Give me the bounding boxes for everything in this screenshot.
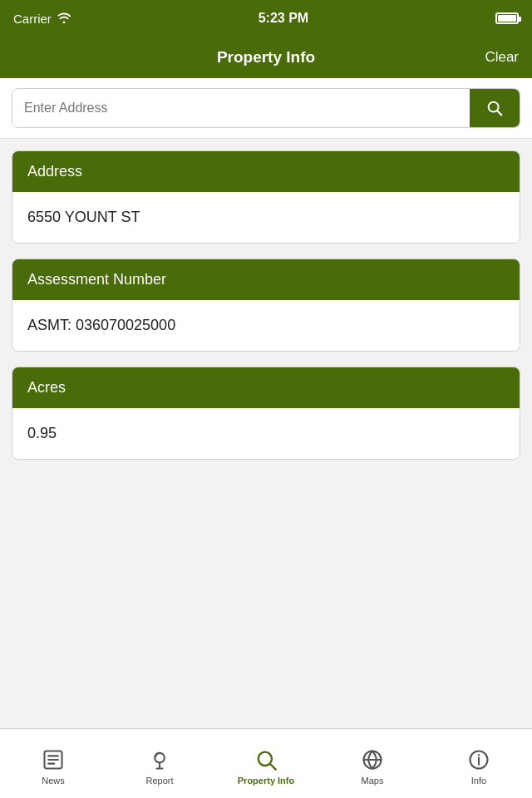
svg-line-1 xyxy=(497,111,501,115)
wifi-icon xyxy=(57,12,71,26)
content-area: Address 6550 YOUNT ST Assessment Number … xyxy=(0,139,532,731)
address-label: Address xyxy=(27,163,82,180)
address-value: 6550 YOUNT ST xyxy=(27,209,140,225)
assessment-label: Assessment Number xyxy=(27,271,166,288)
acres-card: Acres 0.95 xyxy=(12,367,520,460)
report-icon xyxy=(148,748,171,771)
news-icon xyxy=(42,748,65,771)
acres-value: 0.95 xyxy=(27,425,57,441)
svg-line-10 xyxy=(270,764,275,769)
svg-point-15 xyxy=(478,755,479,756)
address-card: Address 6550 YOUNT ST xyxy=(12,150,520,244)
search-icon xyxy=(485,99,504,117)
tab-news-label: News xyxy=(42,776,65,786)
tab-report-label: Report xyxy=(145,776,173,786)
status-bar: Carrier 5:23 PM xyxy=(0,0,532,37)
address-header: Address xyxy=(12,151,520,192)
tab-report[interactable]: Report xyxy=(106,741,213,786)
clear-button[interactable]: Clear xyxy=(485,49,519,66)
battery-indicator xyxy=(495,12,519,24)
assessment-body: ASMT: 036070025000 xyxy=(12,300,520,351)
clock: 5:23 PM xyxy=(259,11,308,26)
tab-news[interactable]: News xyxy=(0,741,106,786)
maps-icon xyxy=(361,748,384,771)
carrier-label: Carrier xyxy=(13,12,52,26)
assessment-value: ASMT: 036070025000 xyxy=(27,317,175,333)
search-input[interactable] xyxy=(12,89,470,127)
page-title: Property Info xyxy=(217,48,315,66)
tab-maps[interactable]: Maps xyxy=(319,741,426,786)
tab-property-info[interactable]: Property Info xyxy=(213,741,319,786)
info-icon xyxy=(467,748,490,771)
acres-header: Acres xyxy=(12,367,520,408)
tab-info[interactable]: Info xyxy=(426,741,532,786)
carrier-info: Carrier xyxy=(13,12,71,26)
search-button[interactable] xyxy=(470,89,520,127)
tab-bar: News Report Property Info Maps xyxy=(0,728,532,798)
tab-info-label: Info xyxy=(471,776,486,786)
address-body: 6550 YOUNT ST xyxy=(12,192,520,243)
navigation-bar: Property Info Clear xyxy=(0,37,532,78)
assessment-header: Assessment Number xyxy=(12,259,520,300)
search-container xyxy=(0,78,532,139)
battery-icon xyxy=(495,12,519,24)
search-row xyxy=(12,88,520,128)
acres-label: Acres xyxy=(27,379,66,396)
tab-property-info-label: Property Info xyxy=(238,776,294,786)
tab-maps-label: Maps xyxy=(362,776,384,786)
property-info-icon xyxy=(254,748,278,771)
acres-body: 0.95 xyxy=(12,408,520,459)
assessment-card: Assessment Number ASMT: 036070025000 xyxy=(12,259,520,352)
